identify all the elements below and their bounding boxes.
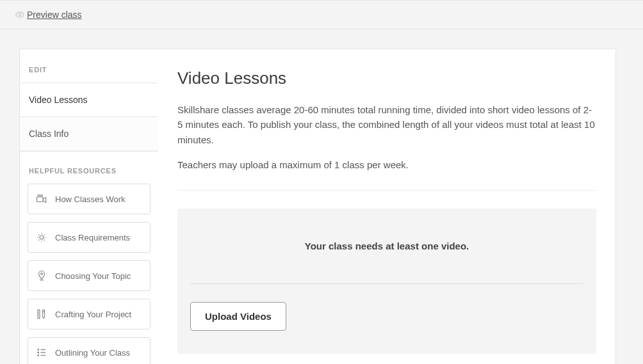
video-camera-icon — [36, 193, 47, 205]
resource-label: How Classes Work — [55, 194, 126, 204]
svg-point-3 — [41, 194, 43, 196]
nav-item-class-info[interactable]: Class Info — [20, 117, 158, 151]
resource-outlining-class[interactable]: Outlining Your Class — [28, 337, 151, 364]
content-divider — [177, 190, 596, 191]
svg-point-13 — [41, 273, 43, 275]
svg-point-20 — [38, 349, 39, 351]
list-icon — [36, 347, 47, 358]
upload-panel-divider — [190, 283, 583, 284]
page-container: EDIT Video Lessons Class Info HELPFUL RE… — [19, 49, 616, 364]
sidebar-edit-section: EDIT Video Lessons Class Info — [19, 49, 158, 152]
upload-videos-button[interactable]: Upload Videos — [190, 302, 286, 331]
resource-crafting-project[interactable]: Crafting Your Project — [28, 299, 151, 329]
eye-icon — [15, 10, 24, 19]
svg-point-24 — [38, 355, 39, 356]
svg-rect-1 — [37, 197, 44, 202]
main-content: Video Lessons Skillshare classes average… — [158, 49, 616, 364]
resources-section-label: HELPFUL RESOURCES — [28, 167, 151, 175]
nav-item-video-lessons[interactable]: Video Lessons — [20, 83, 158, 117]
svg-line-12 — [44, 234, 45, 235]
edit-nav-list: Video Lessons Class Info — [20, 83, 158, 151]
ruler-pencil-icon — [36, 308, 47, 320]
svg-point-22 — [38, 352, 39, 353]
upload-empty-message: Your class needs at least one video. — [190, 241, 583, 251]
resource-label: Class Requirements — [55, 233, 130, 242]
edit-section-label: EDIT — [20, 49, 158, 74]
page-title: Video Lessons — [177, 68, 596, 88]
upload-panel: Your class needs at least one video. Upl… — [177, 209, 596, 354]
resource-class-requirements[interactable]: Class Requirements — [28, 222, 151, 253]
lightbulb-icon — [36, 232, 47, 243]
resource-label: Choosing Your Topic — [55, 271, 131, 281]
svg-line-10 — [44, 240, 45, 241]
sidebar-resources-section: HELPFUL RESOURCES How Classes Work — [19, 152, 158, 364]
svg-line-9 — [38, 234, 39, 235]
resource-how-classes-work[interactable]: How Classes Work — [28, 184, 151, 214]
top-bar: Preview class — [0, 0, 643, 29]
page-description-2: Teachers may upload a maximum of 1 class… — [177, 157, 596, 172]
preview-class-link[interactable]: Preview class — [27, 10, 82, 20]
resource-label: Crafting Your Project — [55, 310, 131, 319]
svg-line-11 — [38, 240, 39, 241]
resource-label: Outlining Your Class — [55, 348, 130, 358]
upload-button-row: Upload Videos — [190, 302, 583, 331]
sidebar: EDIT Video Lessons Class Info HELPFUL RE… — [19, 49, 158, 364]
resource-choosing-topic[interactable]: Choosing Your Topic — [28, 260, 151, 291]
svg-point-4 — [40, 235, 44, 239]
map-pin-icon — [36, 270, 47, 281]
svg-point-0 — [19, 13, 21, 16]
page-description-1: Skillshare classes average 20-60 minutes… — [177, 102, 596, 147]
svg-point-2 — [38, 194, 40, 196]
